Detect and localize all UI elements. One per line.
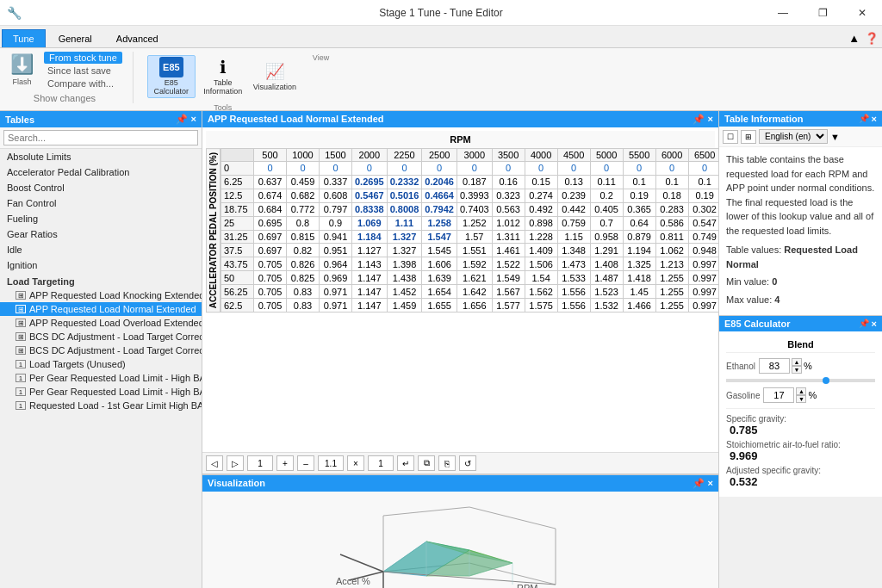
- table-row[interactable]: 43.75 0.705 0.826 0.964 1.143 1.398 1.60…: [221, 257, 719, 271]
- cell-0-5500[interactable]: 0: [623, 162, 655, 176]
- cell-25-5000[interactable]: 0.7: [590, 216, 623, 230]
- cell-62-5000[interactable]: 1.532: [590, 299, 623, 313]
- cell-62-4500[interactable]: 1.556: [557, 299, 590, 313]
- cell-31-6000[interactable]: 0.811: [655, 230, 688, 244]
- cell-62-2250[interactable]: 1.459: [387, 299, 422, 313]
- minimize-button[interactable]: —: [763, 0, 803, 26]
- cell-12-1500[interactable]: 0.608: [320, 189, 352, 202]
- cell-25-500[interactable]: 0.695: [254, 216, 287, 230]
- cell-43-2000[interactable]: 1.143: [352, 257, 388, 271]
- cell-62-1500[interactable]: 0.971: [320, 299, 352, 313]
- visualization-button[interactable]: 📈 Visualization: [251, 55, 299, 98]
- tb-apply-icon[interactable]: ↵: [397, 455, 414, 471]
- cell-56-2000[interactable]: 1.147: [352, 285, 388, 299]
- cell-0-1000[interactable]: 0: [287, 162, 320, 176]
- table-row[interactable]: 56.25 0.705 0.83 0.971 1.147 1.452 1.654…: [221, 285, 719, 299]
- tb-add-row[interactable]: +: [276, 455, 294, 471]
- close-button[interactable]: ✕: [842, 0, 882, 26]
- table-row[interactable]: 0 0 0 0 0 0 0 0 0 0 0 0: [221, 162, 719, 176]
- cell-56-3000[interactable]: 1.642: [457, 285, 492, 299]
- cell-62-3500[interactable]: 1.577: [492, 299, 525, 313]
- cell-18-2000[interactable]: 0.8338: [352, 202, 388, 216]
- cell-6-500[interactable]: 0.637: [254, 175, 287, 189]
- table-row[interactable]: 18.75 0.684 0.772 0.797 0.8338 0.8008 0.…: [221, 202, 719, 216]
- cell-37-1500[interactable]: 0.951: [320, 244, 352, 257]
- cell-25-2000[interactable]: 1.069: [352, 216, 388, 230]
- tb-left-icon[interactable]: ◁: [206, 455, 223, 471]
- cell-25-4000[interactable]: 0.898: [525, 216, 557, 230]
- tab-advanced[interactable]: Advanced: [105, 29, 170, 47]
- dt-pin-icon[interactable]: 📌: [693, 114, 705, 125]
- from-stock-button[interactable]: From stock tune: [44, 52, 122, 64]
- cell-25-2250[interactable]: 1.11: [387, 216, 422, 230]
- cell-31-3000[interactable]: 1.57: [457, 230, 492, 244]
- cell-12-5500[interactable]: 0.19: [623, 189, 655, 202]
- compare-with-link[interactable]: Compare with...: [44, 77, 122, 90]
- cell-43-3000[interactable]: 1.592: [457, 257, 492, 271]
- cell-6-3000[interactable]: 0.187: [457, 175, 492, 189]
- cell-18-3500[interactable]: 0.563: [492, 202, 525, 216]
- cell-50-4000[interactable]: 1.54: [525, 271, 557, 285]
- cell-50-6000[interactable]: 1.255: [655, 271, 688, 285]
- cell-12-6500[interactable]: 0.19: [688, 189, 718, 202]
- cell-43-4000[interactable]: 1.506: [525, 257, 557, 271]
- blend-slider[interactable]: [726, 379, 875, 382]
- table-row[interactable]: 37.5 0.697 0.82 0.951 1.127 1.327 1.545 …: [221, 244, 719, 257]
- ethanol-up[interactable]: ▲: [792, 358, 802, 366]
- cell-50-1000[interactable]: 0.825: [287, 271, 320, 285]
- category-idle[interactable]: Idle: [0, 242, 202, 257]
- cell-0-2500[interactable]: 0: [422, 162, 457, 176]
- cell-0-500[interactable]: 0: [254, 162, 287, 176]
- cell-6-2250[interactable]: 0.2332: [387, 175, 422, 189]
- panel-close-icon[interactable]: ×: [191, 114, 196, 125]
- item-load-targets[interactable]: 1 Load Targets (Unused): [0, 357, 202, 371]
- cell-37-6000[interactable]: 1.062: [655, 244, 688, 257]
- cell-56-1500[interactable]: 0.971: [320, 285, 352, 299]
- cell-12-4500[interactable]: 0.239: [557, 189, 590, 202]
- cell-18-1000[interactable]: 0.772: [287, 202, 320, 216]
- tb-paste-icon[interactable]: ⎘: [438, 455, 456, 471]
- item-app-knocking[interactable]: ⊞ APP Requested Load Knocking Extended: [0, 288, 202, 302]
- cell-6-4000[interactable]: 0.15: [525, 175, 557, 189]
- cell-25-6500[interactable]: 0.547: [688, 216, 718, 230]
- cell-25-6000[interactable]: 0.586: [655, 216, 688, 230]
- cell-43-2500[interactable]: 1.606: [422, 257, 457, 271]
- language-select[interactable]: English (en): [759, 129, 828, 144]
- cell-50-1500[interactable]: 0.969: [320, 271, 352, 285]
- factor-input[interactable]: [368, 455, 394, 471]
- cell-12-3000[interactable]: 0.3993: [457, 189, 492, 202]
- cell-6-1000[interactable]: 0.459: [287, 175, 320, 189]
- cell-37-3500[interactable]: 1.461: [492, 244, 525, 257]
- ribbon-expand[interactable]: ❓: [865, 32, 879, 45]
- cell-43-4500[interactable]: 1.473: [557, 257, 590, 271]
- cell-18-1500[interactable]: 0.797: [320, 202, 352, 216]
- category-absolute-limits[interactable]: Absolute Limits: [0, 149, 202, 164]
- cell-50-2250[interactable]: 1.438: [387, 271, 422, 285]
- cell-43-3500[interactable]: 1.522: [492, 257, 525, 271]
- cell-18-6500[interactable]: 0.302: [688, 202, 718, 216]
- e85-close-icon[interactable]: ×: [872, 319, 877, 329]
- cell-0-6000[interactable]: 0: [655, 162, 688, 176]
- cell-43-5500[interactable]: 1.325: [623, 257, 655, 271]
- cell-50-4500[interactable]: 1.533: [557, 271, 590, 285]
- tab-tune[interactable]: Tune: [2, 29, 46, 47]
- tb-copy-icon[interactable]: ⧉: [418, 455, 435, 471]
- cell-62-500[interactable]: 0.705: [254, 299, 287, 313]
- cell-0-6500[interactable]: 0: [688, 162, 718, 176]
- info-close-icon[interactable]: ×: [872, 114, 877, 124]
- cell-56-3500[interactable]: 1.567: [492, 285, 525, 299]
- cell-18-6000[interactable]: 0.283: [655, 202, 688, 216]
- cell-18-5000[interactable]: 0.405: [590, 202, 623, 216]
- tb-reset-icon[interactable]: ↺: [459, 455, 476, 471]
- panel-pin-icon[interactable]: 📌: [176, 114, 188, 125]
- cell-31-500[interactable]: 0.697: [254, 230, 287, 244]
- tab-general[interactable]: General: [47, 29, 103, 47]
- cell-0-1500[interactable]: 0: [320, 162, 352, 176]
- cell-62-2500[interactable]: 1.655: [422, 299, 457, 313]
- cell-25-2500[interactable]: 1.258: [422, 216, 457, 230]
- cell-31-6500[interactable]: 0.749: [688, 230, 718, 244]
- cell-50-3000[interactable]: 1.621: [457, 271, 492, 285]
- cell-6-2500[interactable]: 0.2046: [422, 175, 457, 189]
- cell-18-5500[interactable]: 0.365: [623, 202, 655, 216]
- cell-12-4000[interactable]: 0.274: [525, 189, 557, 202]
